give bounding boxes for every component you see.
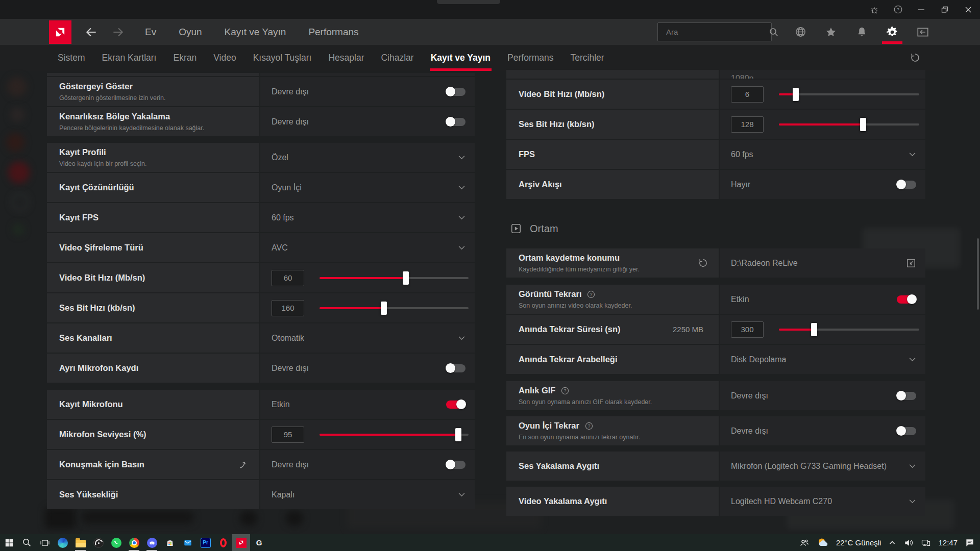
nav-item-home[interactable]: Ev <box>145 27 156 38</box>
taskbar-chrome[interactable] <box>125 534 143 551</box>
taskbar-amd-radeon[interactable] <box>232 534 250 551</box>
chevron-down-icon[interactable] <box>909 497 916 505</box>
nav-item-performance[interactable]: Performans <box>308 27 358 38</box>
tab-kayit-ve-yayin[interactable]: Kayıt ve Yayın <box>431 45 491 71</box>
help-icon[interactable]: ? <box>886 0 910 19</box>
slider-thumb[interactable] <box>381 302 387 315</box>
star-icon[interactable] <box>824 19 838 45</box>
taskbar-microsoft-store[interactable] <box>161 534 179 551</box>
slider-value-input[interactable]: 128 <box>731 116 764 133</box>
help-icon[interactable]: ? <box>586 290 596 299</box>
toggle-switch[interactable] <box>446 118 465 126</box>
bell-icon[interactable] <box>854 19 869 45</box>
tab-performans[interactable]: Performans <box>507 45 553 71</box>
forward-button[interactable] <box>111 26 125 39</box>
chevron-down-icon[interactable] <box>458 334 465 342</box>
tab-kisayol-tuslari[interactable]: Kısayol Tuşları <box>253 45 312 71</box>
slider-value-input[interactable]: 6 <box>731 86 764 103</box>
tab-tercihler[interactable]: Tercihler <box>571 45 604 71</box>
chevron-down-icon[interactable] <box>909 151 916 158</box>
setting-value-cell[interactable]: 60 fps <box>260 203 475 232</box>
slider-thumb[interactable] <box>860 118 866 131</box>
taskbar-discord[interactable] <box>143 534 161 551</box>
taskbar-file-explorer[interactable] <box>71 534 89 551</box>
toggle-switch[interactable] <box>446 400 465 409</box>
globe-icon[interactable] <box>793 19 807 45</box>
tab-video[interactable]: Video <box>213 45 236 71</box>
settings-gear-icon[interactable] <box>885 19 899 45</box>
taskbar-mail[interactable] <box>179 534 197 551</box>
toggle-switch[interactable] <box>897 181 916 189</box>
select-media-location-icon[interactable] <box>906 258 916 268</box>
slider-track[interactable] <box>779 123 919 126</box>
setting-value-cell[interactable]: AVC <box>260 233 475 262</box>
chevron-down-icon[interactable] <box>909 462 916 470</box>
setting-value-cell[interactable]: Otomatik <box>260 323 475 353</box>
setting-value-cell[interactable]: Logitech HD Webcam C270 <box>720 487 925 516</box>
task-view-button[interactable] <box>36 534 54 551</box>
slider-thumb[interactable] <box>793 88 799 101</box>
taskbar-search-button[interactable] <box>18 534 36 551</box>
taskbar-logitech-g[interactable]: G <box>250 534 268 551</box>
setting-value-cell[interactable]: Özel <box>260 143 475 172</box>
chevron-down-icon[interactable] <box>458 184 465 191</box>
toggle-switch[interactable] <box>897 427 916 435</box>
tab-ekran[interactable]: Ekran <box>173 45 197 71</box>
taskbar-opera[interactable] <box>214 534 232 551</box>
slider-track[interactable] <box>320 307 469 309</box>
setting-value-cell[interactable]: Oyun İçi <box>260 173 475 202</box>
chevron-down-icon[interactable] <box>458 491 465 498</box>
action-center-icon[interactable] <box>965 538 975 548</box>
slider-value-input[interactable]: 95 <box>272 427 304 443</box>
clock[interactable]: 12:47 <box>938 538 958 547</box>
show-hidden-icons-chevron[interactable] <box>888 539 896 547</box>
toggle-switch[interactable] <box>897 392 916 400</box>
help-icon[interactable]: ? <box>584 421 594 431</box>
weather-icon[interactable] <box>817 537 829 549</box>
search-input[interactable] <box>665 27 769 37</box>
toggle-switch[interactable] <box>446 364 465 372</box>
slider-value-input[interactable]: 160 <box>272 300 304 316</box>
setting-value-cell[interactable]: Kapalı <box>260 480 475 509</box>
scrollbar-thumb[interactable] <box>977 238 979 310</box>
people-icon[interactable] <box>799 538 810 548</box>
start-button[interactable] <box>0 534 18 551</box>
network-icon[interactable] <box>921 538 931 548</box>
weather-text[interactable]: 22°C Güneşli <box>836 538 881 547</box>
tab-hesaplar[interactable]: Hesaplar <box>328 45 364 71</box>
taskbar-whatsapp[interactable] <box>107 534 125 551</box>
chevron-down-icon[interactable] <box>458 214 465 221</box>
amd-logo[interactable] <box>49 20 71 44</box>
slider-value-input[interactable]: 60 <box>272 270 304 286</box>
reset-defaults-icon[interactable] <box>910 52 921 65</box>
help-icon[interactable]: ? <box>560 386 570 395</box>
tab-cihazlar[interactable]: Cihazlar <box>381 45 413 71</box>
search-box[interactable] <box>657 22 772 41</box>
chevron-down-icon[interactable] <box>458 154 465 161</box>
undo-icon[interactable] <box>698 258 708 268</box>
slider-thumb[interactable] <box>811 323 817 336</box>
slider-value-input[interactable]: 300 <box>731 321 764 338</box>
tab-ekran-kartlari[interactable]: Ekran Kartları <box>102 45 156 71</box>
toggle-switch[interactable] <box>446 88 465 96</box>
nav-item-record-stream[interactable]: Kayıt ve Yayın <box>225 27 286 38</box>
taskbar-premiere-pro[interactable]: Pr <box>197 534 214 551</box>
setting-value-cell[interactable]: Disk Depolama <box>720 345 925 374</box>
restore-button[interactable] <box>933 0 957 19</box>
bug-report-icon[interactable] <box>863 0 886 19</box>
close-button[interactable] <box>957 0 980 19</box>
tab-sistem[interactable]: Sistem <box>58 45 85 71</box>
setting-value-cell[interactable]: 60 fps <box>720 140 925 169</box>
slider-track[interactable] <box>779 329 919 331</box>
nav-item-gaming[interactable]: Oyun <box>179 27 202 38</box>
chevron-down-icon[interactable] <box>458 244 465 252</box>
volume-icon[interactable] <box>903 538 914 548</box>
taskbar-gauge-app[interactable] <box>89 534 107 551</box>
collapse-panel-icon[interactable] <box>916 19 930 45</box>
back-button[interactable] <box>85 26 98 39</box>
slider-thumb[interactable] <box>455 428 461 441</box>
slider-track[interactable] <box>320 434 469 436</box>
toggle-switch[interactable] <box>446 461 465 469</box>
toggle-switch[interactable] <box>897 295 916 304</box>
setting-value-cell[interactable]: Mikrofon (Logitech G733 Gaming Headset) <box>720 452 925 481</box>
